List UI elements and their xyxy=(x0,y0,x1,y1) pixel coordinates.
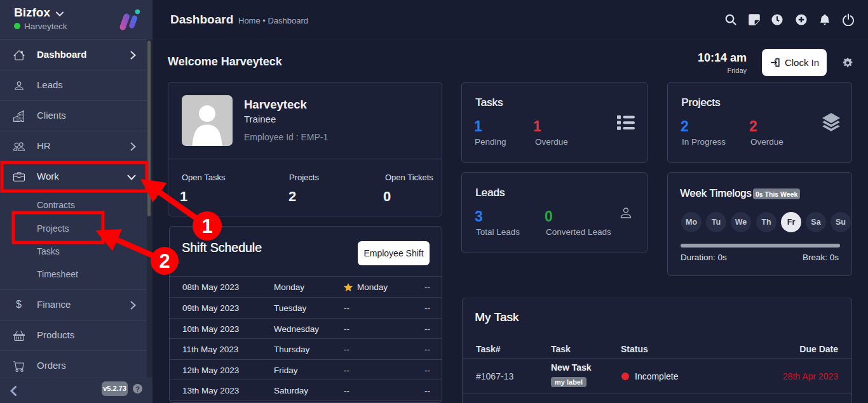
svg-text:?: ? xyxy=(135,385,140,393)
